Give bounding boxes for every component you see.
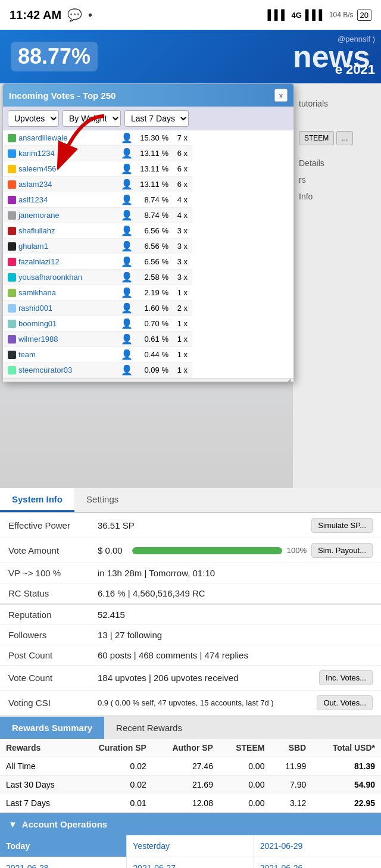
steem-button[interactable]: STEEM [299, 131, 334, 145]
voting-csi-row: Voting CSI 0.9 ( 0.00 % self, 47 upvotes… [0, 691, 381, 716]
vote-row-5[interactable]: janemorane 👤 8.74 % 4 x [3, 208, 192, 223]
voter-count-1: 6 x [171, 149, 188, 158]
vote-type-select[interactable]: Upvotes [8, 110, 59, 127]
vote-row-10[interactable]: samikhana 👤 2.19 % 1 x [3, 285, 192, 301]
curation-30days: 0.02 [77, 776, 152, 794]
color-dot-1 [8, 149, 16, 158]
details-link[interactable]: Details [299, 158, 375, 168]
out-votes-button[interactable]: Out. Votes... [317, 695, 373, 710]
total-7days: 22.95 [312, 794, 381, 813]
period-select[interactable]: Last 7 Days [124, 110, 189, 127]
ops-today[interactable]: Today [0, 835, 127, 857]
recent-rewards-tab[interactable]: Recent Rewards [104, 717, 194, 739]
post-count-row: Post Count 60 posts | 468 comments | 474… [0, 645, 381, 666]
voter-pct-9: 2.58 % [135, 273, 168, 282]
sbd-30days: 7.90 [270, 776, 312, 794]
color-dot-6 [8, 227, 16, 235]
voter-name-7[interactable]: ghulam1 [18, 242, 118, 251]
status-bar: 11:42 AM 💬 • ▌▌▌ 4G ▌▌▌ 104 B/s 20 [0, 0, 381, 30]
vote-row-1[interactable]: karim1234 👤 13.11 % 6 x [3, 146, 192, 161]
vote-row-3[interactable]: aslam234 👤 13.11 % 6 x [3, 177, 192, 192]
vote-row-2[interactable]: saleem456 👤 13.11 % 6 x [3, 161, 192, 177]
voter-icon-8: 👤 [121, 256, 133, 267]
vote-row-6[interactable]: shafiullahz 👤 6.56 % 3 x [3, 223, 192, 239]
voter-name-4[interactable]: asif1234 [18, 195, 118, 204]
tutorials-link[interactable]: tutorials [299, 95, 375, 112]
popup-body: ansardillewale 👤 15.30 % 7 x karim1234 👤… [3, 130, 293, 378]
tab-system-info[interactable]: System Info [0, 488, 74, 512]
rewards-summary-tab[interactable]: Rewards Summary [0, 717, 104, 739]
account-ops-header: ▼ Account Operations [0, 813, 381, 835]
voter-icon-9: 👤 [121, 271, 133, 283]
author-30days: 21.69 [152, 776, 219, 794]
signal-bars-icon: ▌▌▌ [267, 10, 288, 20]
vp-label: VP ~> 100 % [8, 568, 98, 578]
ops-20210627[interactable]: 2021-06-27 [127, 857, 254, 868]
tab-settings[interactable]: Settings [74, 488, 130, 512]
voter-name-1[interactable]: karim1234 [18, 149, 118, 158]
voter-name-2[interactable]: saleem456 [18, 164, 118, 173]
voter-name-15[interactable]: steemcurator03 [18, 366, 118, 374]
ops-20210628[interactable]: 2021-06-28 [0, 857, 127, 868]
weight-select[interactable]: By Weight [63, 110, 121, 127]
post-count-label: Post Count [8, 650, 98, 660]
simulate-sp-button[interactable]: Simulate SP... [311, 518, 373, 533]
voter-name-5[interactable]: janemorane [18, 211, 118, 220]
reputation-value: 52.415 [98, 610, 373, 620]
vote-row-11[interactable]: rashid001 👤 1.60 % 2 x [3, 301, 192, 316]
sim-payout-button[interactable]: Sim. Payout... [311, 543, 373, 558]
voter-name-6[interactable]: shafiullahz [18, 226, 118, 235]
vote-row-9[interactable]: yousafharoonkhan 👤 2.58 % 3 x [3, 270, 192, 285]
voter-count-2: 6 x [171, 164, 188, 173]
color-dot-13 [8, 335, 16, 344]
vote-row-14[interactable]: team 👤 0.44 % 1 x [3, 347, 192, 363]
popup-resize-handle[interactable]: ◢ [3, 378, 293, 382]
rc-status-label: RC Status [8, 588, 98, 598]
ops-yesterday[interactable]: Yesterday [127, 835, 254, 857]
voter-name-13[interactable]: wilmer1988 [18, 335, 118, 344]
vote-row-7[interactable]: ghulam1 👤 6.56 % 3 x [3, 239, 192, 254]
voter-name-12[interactable]: booming01 [18, 319, 118, 328]
steem-alltime: 0.00 [219, 757, 270, 776]
color-dot-3 [8, 180, 16, 189]
voter-icon-12: 👤 [121, 318, 133, 329]
speed-indicator: 104 B/s [329, 11, 354, 19]
vote-progress-fill [132, 547, 282, 554]
effective-power-label: Effective Power [8, 520, 98, 530]
voter-pct-13: 0.61 % [135, 335, 168, 344]
popup-close-button[interactable]: x [274, 89, 288, 102]
vote-row-13[interactable]: wilmer1988 👤 0.61 % 1 x [3, 332, 192, 347]
vote-row-15[interactable]: steemcurator03 👤 0.09 % 1 x [3, 363, 192, 378]
rewards-row-7days: Last 7 Days 0.01 12.08 0.00 3.12 22.95 [0, 794, 381, 813]
voter-pct-2: 13.11 % [135, 164, 168, 173]
vote-count-value: 184 upvotes | 206 upvotes received [98, 673, 319, 683]
voter-name-8[interactable]: fazalniazi12 [18, 257, 118, 266]
color-dot-4 [8, 196, 16, 204]
voter-name-10[interactable]: samikhana [18, 288, 118, 297]
voter-name-14[interactable]: team [18, 350, 118, 359]
steem-controls: STEEM ... [299, 131, 375, 145]
voter-pct-8: 6.56 % [135, 257, 168, 266]
voter-name-11[interactable]: rashid001 [18, 304, 118, 313]
vote-row-12[interactable]: booming01 👤 0.70 % 1 x [3, 316, 192, 332]
voter-icon-2: 👤 [121, 163, 133, 174]
voter-name-9[interactable]: yousafharoonkhan [18, 273, 118, 282]
ops-20210626[interactable]: 2021-06-26 [254, 857, 381, 868]
voter-count-10: 1 x [171, 288, 188, 297]
vp-row: VP ~> 100 % in 13h 28m | Tomorrow, 01:10 [0, 563, 381, 583]
post-count-value: 60 posts | 468 comments | 474 replies [98, 650, 373, 660]
vote-row-8[interactable]: fazalniazi12 👤 6.56 % 3 x [3, 254, 192, 270]
info-link[interactable]: Info [299, 192, 375, 201]
voter-name-0[interactable]: ansardillewale [18, 133, 118, 142]
right-partial-panel: tutorials STEEM ... Details rs Info [293, 83, 381, 488]
dot-indicator: • [88, 8, 92, 22]
voter-pct-3: 13.11 % [135, 180, 168, 189]
voter-pct-0: 15.30 % [135, 133, 168, 142]
vote-row-4[interactable]: asif1234 👤 8.74 % 4 x [3, 192, 192, 208]
voter-name-3[interactable]: aslam234 [18, 180, 118, 189]
dots-button[interactable]: ... [336, 131, 353, 145]
rs-link[interactable]: rs [299, 175, 375, 185]
vote-row-0[interactable]: ansardillewale 👤 15.30 % 7 x [3, 130, 192, 146]
ops-20210629[interactable]: 2021-06-29 [254, 835, 381, 857]
inc-votes-button[interactable]: Inc. Votes... [319, 670, 373, 685]
